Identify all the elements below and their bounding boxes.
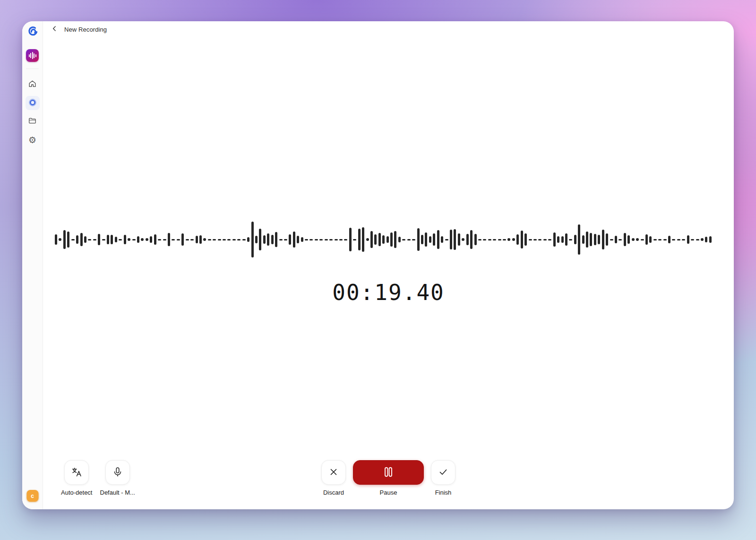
waveform-bar: [128, 238, 130, 241]
waveform-bar: [237, 239, 241, 240]
waveform-bar: [619, 239, 622, 240]
waveform-bar: [84, 236, 86, 243]
sidebar-nav: ⚙: [26, 77, 40, 147]
language-button[interactable]: [64, 460, 89, 485]
waveform-bar: [163, 239, 166, 240]
waveform-bar: [353, 239, 356, 240]
waveform-bar: [76, 235, 78, 244]
finish-label: Finish: [435, 489, 452, 496]
waveform-bar: [636, 238, 639, 241]
microphone-button[interactable]: [105, 460, 130, 485]
waveform-bar: [512, 238, 515, 241]
waveform-bar: [624, 233, 626, 246]
waveform-bar: [137, 236, 139, 243]
waveform-bar: [115, 237, 117, 242]
waveform-app-icon[interactable]: [26, 49, 39, 62]
app-window: ⚙ c New Recording 00:19.40: [22, 21, 734, 509]
waveform-bar: [645, 234, 648, 245]
waveform-bar: [594, 234, 596, 245]
waveform-bar: [146, 238, 148, 241]
waveform-bar: [309, 239, 313, 240]
waveform-bar: [412, 239, 415, 240]
waveform-bar: [284, 239, 287, 240]
waveform-bar: [632, 238, 635, 241]
translate-icon: [71, 466, 82, 479]
waveform-bar: [150, 236, 152, 243]
waveform-bar: [488, 239, 491, 240]
waveform-bar: [132, 239, 136, 240]
waveform-bar: [102, 239, 105, 240]
waveform-bar: [417, 228, 420, 251]
waveform-bar: [493, 239, 496, 240]
waveform-bar: [289, 234, 291, 245]
waveform-bar: [521, 231, 523, 249]
sidebar-divider: [26, 69, 39, 69]
waveform-bar: [543, 239, 547, 240]
user-avatar[interactable]: c: [26, 490, 38, 502]
waveform-bar: [158, 239, 161, 240]
waveform-bar: [301, 237, 303, 242]
waveform-bar: [696, 239, 699, 240]
waveform-bar: [691, 239, 694, 240]
waveform-bar: [119, 239, 122, 240]
finish-control: Finish: [431, 460, 455, 496]
waveform-bar: [203, 238, 206, 241]
sidebar-item-home[interactable]: [26, 77, 40, 92]
waveform-bar: [242, 239, 246, 240]
folder-icon: [28, 116, 37, 127]
controls-bar: Auto-detect Default - M...: [43, 458, 734, 496]
waveform-bar: [223, 239, 226, 240]
sidebar-item-library[interactable]: [26, 114, 40, 129]
back-button[interactable]: [51, 25, 59, 34]
waveform-bar: [483, 239, 486, 240]
waveform-bar: [80, 233, 83, 246]
language-label: Auto-detect: [61, 489, 93, 496]
waveform-bar: [349, 228, 352, 251]
waveform-bar: [358, 229, 361, 250]
sidebar-item-record[interactable]: [26, 96, 40, 110]
waveform-bar: [574, 235, 576, 244]
waveform-bar: [548, 239, 551, 240]
waveform-bar: [498, 239, 501, 240]
waveform-bar: [524, 233, 527, 246]
waveform-bar: [398, 237, 401, 242]
waveform-bar: [374, 234, 377, 245]
waveform-bar: [668, 236, 670, 243]
waveform-bar: [557, 236, 559, 243]
waveform-bar: [141, 238, 144, 241]
discard-label: Discard: [323, 489, 344, 496]
sidebar-item-settings[interactable]: ⚙: [26, 133, 40, 147]
sidebar: ⚙ c: [22, 21, 43, 509]
pause-control: Pause: [353, 460, 424, 496]
waveform-bar: [533, 239, 537, 240]
waveform-bar: [672, 239, 675, 240]
pause-button[interactable]: [353, 460, 424, 485]
waveform-bar: [263, 235, 266, 244]
chevron-left-icon: [52, 26, 58, 33]
swirl-logo-icon[interactable]: [26, 24, 40, 38]
waveform-bar: [297, 236, 299, 243]
waveform-bar: [267, 233, 269, 246]
microphone-icon: [112, 466, 123, 479]
check-icon: [438, 467, 448, 478]
waveform-bar: [63, 230, 66, 249]
pause-label: Pause: [380, 489, 397, 496]
waveform-bar: [450, 230, 452, 249]
waveform-bar: [279, 239, 283, 240]
finish-button[interactable]: [431, 460, 455, 485]
waveform-bar: [93, 239, 96, 240]
main-content: New Recording 00:19.40: [43, 21, 734, 509]
waveform-bar: [181, 233, 184, 246]
waveform-bar: [445, 239, 448, 240]
discard-button[interactable]: [321, 460, 346, 485]
waveform-bar: [232, 239, 236, 240]
waveform-bar: [606, 233, 608, 246]
waveform-bar: [394, 231, 396, 248]
waveform-bar: [259, 229, 261, 250]
waveform-bar: [251, 222, 254, 257]
waveform-bar: [71, 239, 75, 240]
waveform-bar: [649, 236, 652, 243]
waveform-bar: [610, 239, 613, 240]
waveform-bar: [319, 239, 323, 240]
waveform-bar: [370, 231, 373, 248]
